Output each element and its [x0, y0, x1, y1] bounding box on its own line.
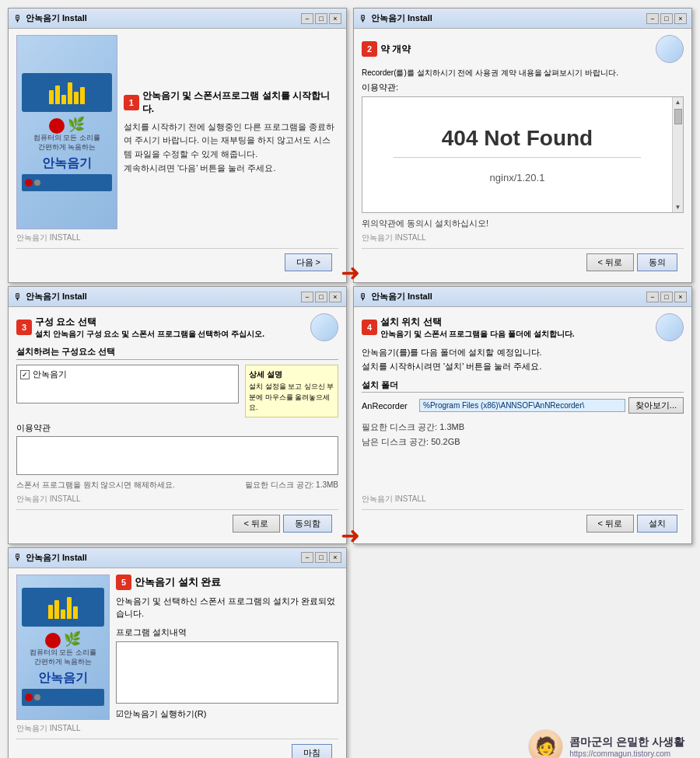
- watermark-title: 콤마군의 은밀한 사생활: [569, 735, 684, 749]
- window-3: 🎙 안녹음기 Install − □ × 3 구성 요소 선택 설치 안녹음기 …: [8, 286, 347, 544]
- w4-path-display[interactable]: %Program Files (x86)\ANNSOF\AnNRecorder\: [419, 399, 625, 412]
- scroll-thumb[interactable]: [674, 109, 682, 124]
- w4-bottom-bar: < 뒤로 설치: [362, 509, 684, 537]
- back-button-3[interactable]: < 뒤로: [233, 515, 280, 533]
- w4-folder-section-label: 설치 폴더: [362, 379, 684, 393]
- mini-btn-5-2: [34, 694, 40, 700]
- back-button-4[interactable]: < 뒤로: [586, 515, 634, 533]
- w5-footer: 안녹음기 INSTALL: [16, 720, 338, 734]
- minimize-btn-4[interactable]: −: [646, 292, 659, 302]
- w3-title: 구성 요소 선택: [35, 316, 264, 329]
- mini-recorder-1: [22, 174, 112, 191]
- step-badge-1: 1: [124, 95, 139, 110]
- title-bar-controls-2: − □ ×: [646, 13, 687, 24]
- title-bar-left-2: 🎙 안녹음기 Install: [359, 12, 432, 24]
- w4-subtitle: 안녹음기 및 스폰서 프로그램을 다음 폴더에 설치합니다.: [380, 329, 574, 340]
- w2-label: 이용약관:: [362, 82, 684, 93]
- maximize-btn-5[interactable]: □: [315, 552, 327, 563]
- w5-checkbox-row: ☑안녹음기 실행하기(R): [116, 708, 338, 720]
- record-row: 🌿: [49, 115, 85, 134]
- eq-bar-5: [74, 92, 79, 104]
- agree-button-2[interactable]: 동의: [637, 253, 677, 271]
- w5-title: 안녹음기 설치 완료: [135, 575, 221, 589]
- leaf-icon-5: 🌿: [64, 631, 81, 648]
- w2-scroll-content: 404 Not Found nginx/1.20.1: [362, 97, 672, 212]
- step-header-2: 2 약 개약: [362, 35, 684, 63]
- eq-bar-3: [61, 95, 66, 104]
- record-button: [49, 118, 65, 134]
- not-found-title: 404 Not Found: [442, 126, 593, 151]
- w3-section-label: 설치하려는 구성요소 선택: [16, 346, 338, 360]
- app-subtitle-mid-5: 간편하게 녹음하는: [34, 658, 93, 667]
- w5-run-checkbox[interactable]: ☑안녹음기 실행하기(R): [116, 708, 206, 720]
- close-btn-1[interactable]: ×: [329, 13, 341, 24]
- title-bar-4: 🎙 안녹음기 Install − □ ×: [354, 287, 691, 307]
- minimize-btn-2[interactable]: −: [646, 13, 659, 24]
- w3-left: ✓ 안녹음기: [16, 365, 239, 417]
- agree-button-3[interactable]: 동의함: [283, 515, 332, 533]
- maximize-btn-3[interactable]: □: [315, 292, 327, 302]
- title-bar-controls-3: − □ ×: [301, 292, 341, 302]
- title-bar-controls-4: − □ ×: [646, 292, 687, 302]
- minimize-btn-3[interactable]: −: [301, 292, 313, 302]
- w3-subtitle: 설치 안녹음기 구성 요소 및 스폰서 프로그램을 선택하여 주십시오.: [35, 329, 264, 340]
- back-button-2[interactable]: < 뒤로: [586, 253, 634, 271]
- eq-bar-4: [68, 82, 72, 104]
- arrow-1: ➜: [341, 261, 360, 285]
- w1-text: 1 안녹음기 및 스폰서프로그램 설치를 시작합니다. 설치를 시작하기 전에 …: [124, 35, 338, 229]
- title-bar-icon-1: 🎙: [13, 13, 23, 24]
- checkbox-1[interactable]: ✓: [20, 370, 30, 379]
- install-button-4[interactable]: 설치: [637, 515, 677, 533]
- step-header-1: 1 안녹음기 및 스폰서프로그램 설치를 시작합니다.: [124, 89, 338, 116]
- close-btn-3[interactable]: ×: [329, 292, 341, 302]
- window-4-body: 4 설치 위치 선택 안녹음기 및 스폰서 프로그램을 다음 폴더에 설치합니다…: [354, 307, 691, 543]
- minimize-btn-1[interactable]: −: [301, 13, 313, 24]
- title-bar-controls-5: − □ ×: [301, 552, 341, 563]
- watermark: 🧑 콤마군의 은밀한 사생활 https://commagun.tistory.…: [520, 723, 692, 759]
- w1-content: 🌿 컴퓨터의 모든 소리를 간편하게 녹음하는 안녹음기 1 안녹음기 및 스폰…: [16, 35, 338, 229]
- maximize-btn-2[interactable]: □: [660, 13, 673, 24]
- w3-sponsor-note: 스폰서 프로그램을 원치 않으시면 해제하세요.: [16, 480, 175, 491]
- window-2: 🎙 안녹음기 Install − □ × 2 약 개약 Recorder(를)를…: [353, 8, 692, 283]
- window-1-body: 🌿 컴퓨터의 모든 소리를 간편하게 녹음하는 안녹음기 1 안녹음기 및 스폰…: [9, 29, 346, 282]
- title-bar-1: 🎙 안녹음기 Install − □ ×: [9, 9, 346, 29]
- w3-component-list: ✓ 안녹음기: [16, 365, 239, 403]
- w2-scrollbar[interactable]: ▲ ▼: [672, 97, 683, 212]
- w1-image-top: [22, 73, 112, 112]
- eq-bar-6: [80, 87, 85, 104]
- avatar-emoji: 🧑: [535, 736, 556, 756]
- w5-text: 5 안녹음기 설치 완료 안녹음기 및 선택하신 스폰서 프로그램의 설치가 완…: [116, 575, 338, 720]
- w5-image: 🌿 컴퓨터의 모든 소리를 간편하게 녹음하는 안녹음기: [16, 575, 110, 720]
- window-2-body: 2 약 개약 Recorder(를)를 설치하시기 전에 사용권 계약 내용을 …: [354, 29, 691, 282]
- maximize-btn-1[interactable]: □: [315, 13, 327, 24]
- desc-hint: 설치 설정을 보고 싶으신 부분에 마우스를 올려놓으세요.: [249, 382, 334, 414]
- title-bar-5: 🎙 안녹음기 Install − □ ×: [9, 548, 346, 568]
- step-badge-3: 3: [16, 320, 32, 335]
- w4-title: 설치 위치 선택: [380, 316, 574, 329]
- title-bar-icon-5: 🎙: [13, 552, 23, 563]
- next-button-1[interactable]: 다음 >: [285, 253, 332, 271]
- w1-title-text: 안녹음기 및 스폰서프로그램 설치를 시작합니다.: [142, 89, 338, 116]
- app-subtitle-mid: 간편하게 녹음하는: [38, 143, 96, 152]
- w5-bottom-bar: 마침: [16, 739, 338, 759]
- w3-disk-needed: 필요한 디스크 공간: 1.3MB: [245, 480, 338, 491]
- scroll-down-arrow[interactable]: ▼: [674, 202, 683, 212]
- w2-subtitle: Recorder(를)를 설치하시기 전에 사용권 계약 내용을 살펴보시기 바…: [362, 68, 684, 79]
- app-subtitle-top: 컴퓨터의 모든 소리를: [33, 134, 100, 143]
- eq-bar-5-4: [67, 597, 72, 619]
- mini-recorder-5: [22, 689, 104, 706]
- scroll-up-arrow[interactable]: ▲: [674, 97, 683, 107]
- maximize-btn-4[interactable]: □: [660, 292, 673, 302]
- minimize-btn-5[interactable]: −: [301, 552, 313, 563]
- sponsor-label: 이용약관: [16, 422, 338, 434]
- finish-button-5[interactable]: 마침: [292, 744, 332, 759]
- close-btn-4[interactable]: ×: [674, 292, 687, 302]
- w4-header-content: 설치 위치 선택 안녹음기 및 스폰서 프로그램을 다음 폴더에 설치합니다.: [380, 316, 574, 340]
- record-row-5: 🌿: [45, 630, 81, 648]
- close-btn-5[interactable]: ×: [329, 552, 341, 563]
- leaf-icon-1: 🌿: [68, 116, 85, 133]
- equalizer-bars: [49, 81, 85, 104]
- close-btn-2[interactable]: ×: [674, 13, 687, 24]
- browse-button[interactable]: 찾아보기...: [628, 397, 684, 414]
- w1-description: 설치를 시작하기 전에 실행중인 다른 프로그램을 종료하여 주시기 바랍니다.…: [124, 121, 338, 175]
